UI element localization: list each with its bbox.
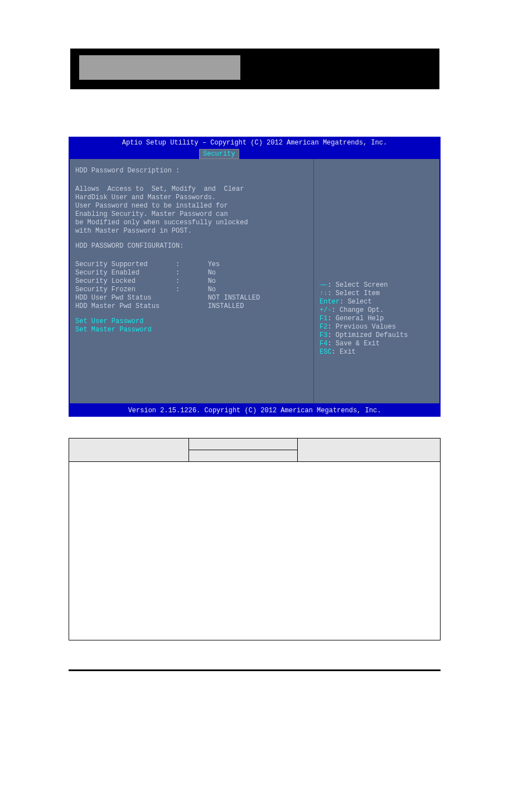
table-header — [189, 450, 298, 462]
help-key: F1 — [320, 315, 327, 322]
bios-body: HDD Password Description : Allows Access… — [69, 159, 441, 404]
cfg-label: HDD User Pwd Status — [75, 294, 152, 302]
help-text: : Previous Values — [327, 323, 395, 331]
table-header — [189, 438, 298, 450]
help-key: F3 — [320, 331, 327, 339]
config-row: Security Frozen : No — [75, 286, 308, 294]
help-key: +/- — [320, 306, 332, 314]
help-text: : Change Opt. — [332, 306, 384, 314]
help-key: F2 — [320, 323, 327, 331]
table-body-cell — [69, 462, 441, 640]
hdd-config-header: HDD PASSWORD CONFIGURATION: — [75, 242, 308, 250]
help-row: F1: General Help — [320, 315, 434, 323]
help-row: →←: Select Screen — [320, 281, 434, 290]
config-row: Security Enabled : No — [75, 269, 308, 277]
footer-rule — [69, 669, 441, 671]
set-user-password[interactable]: Set User Password — [75, 317, 308, 326]
help-text: : Exit — [332, 348, 356, 356]
desc-line: User Password need to be installed for — [75, 202, 308, 210]
cfg-value: No — [208, 269, 216, 277]
page-header-grey — [79, 55, 240, 80]
desc-line: Enabling Security. Master Password can — [75, 210, 308, 219]
help-row: ↑↓: Select Item — [320, 290, 434, 298]
cfg-value: INSTALLED — [208, 302, 244, 310]
settings-table — [69, 438, 441, 640]
config-row: HDD User Pwd Status NOT INSTALLED — [75, 294, 308, 302]
config-row: HDD Master Pwd Status INSTALLED — [75, 302, 308, 311]
tab-security[interactable]: Security — [199, 149, 239, 159]
help-text: : General Help — [327, 315, 384, 322]
cfg-label: Security Enabled — [75, 269, 139, 277]
config-row: Security Supported : Yes — [75, 261, 308, 269]
cfg-label: HDD Master Pwd Status — [75, 302, 159, 310]
bios-title-bar: Aptio Setup Utility – Copyright (C) 2012… — [69, 137, 441, 149]
cfg-value: NOT INSTALLED — [208, 294, 260, 302]
desc-line: be Modified only when successfully unloc… — [75, 219, 308, 227]
desc-line: with Master Password in POST. — [75, 227, 308, 235]
bios-screenshot: Aptio Setup Utility – Copyright (C) 2012… — [69, 137, 441, 411]
help-key: ESC — [320, 348, 332, 356]
bios-footer: Version 2.15.1226. Copyright (C) 2012 Am… — [69, 404, 441, 417]
help-row: +/-: Change Opt. — [320, 306, 434, 315]
help-row: F2: Previous Values — [320, 323, 434, 331]
cfg-value: Yes — [208, 261, 220, 268]
hdd-desc-header: HDD Password Description : — [75, 167, 308, 175]
help-key: ↑↓ — [320, 290, 327, 297]
set-master-password[interactable]: Set Master Password — [75, 326, 308, 334]
table-header — [69, 438, 189, 462]
help-row: F3: Optimized Defaults — [320, 331, 434, 340]
help-row: Enter: Select — [320, 298, 434, 306]
cfg-value: No — [208, 286, 216, 293]
config-row: Security Locked : No — [75, 277, 308, 286]
help-key: →← — [320, 281, 327, 289]
table-header — [298, 438, 441, 462]
help-row: ESC: Exit — [320, 348, 434, 356]
cfg-label: Security Supported — [75, 261, 148, 268]
help-text: : Select — [340, 298, 372, 306]
help-key: Enter — [320, 298, 340, 306]
cfg-value: No — [208, 277, 216, 285]
cfg-sep: : — [176, 277, 180, 285]
cfg-sep: : — [176, 286, 180, 293]
help-text: : Save & Exit — [327, 340, 380, 348]
cfg-label: Security Frozen — [75, 286, 136, 293]
help-text: : Select Item — [327, 290, 380, 297]
desc-line: HardDisk User and Master Passwords. — [75, 194, 308, 202]
cfg-sep: : — [176, 269, 180, 277]
help-row: F4: Save & Exit — [320, 340, 434, 348]
help-text: : Select Screen — [327, 281, 388, 289]
cfg-label: Security Locked — [75, 277, 136, 285]
bios-tab-row: Security — [69, 149, 441, 159]
help-text: : Optimized Defaults — [327, 331, 408, 339]
bios-right-pane: →←: Select Screen ↑↓: Select Item Enter:… — [314, 159, 439, 403]
desc-line: Allows Access to Set, Modify and Clear — [75, 185, 308, 194]
bios-left-pane: HDD Password Description : Allows Access… — [70, 159, 314, 403]
cfg-sep: : — [176, 261, 180, 268]
help-key: F4 — [320, 340, 327, 348]
